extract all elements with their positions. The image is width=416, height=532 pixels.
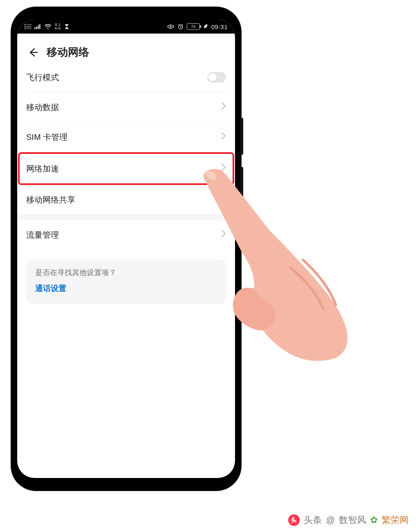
row-mobile-tethering[interactable]: 移动网络共享 <box>26 185 226 214</box>
signal-icon <box>34 24 41 29</box>
credit-brand: 繁荣网 <box>382 514 409 526</box>
chevron-right-icon <box>221 163 226 174</box>
hourglass-icon <box>64 24 69 29</box>
credit-prefix: 头条 <box>304 514 322 526</box>
status-bar: HD 8.1 K/s <box>17 20 235 34</box>
phone-frame: HD 8.1 K/s <box>11 7 241 490</box>
svg-rect-2 <box>34 27 36 29</box>
image-credit: 头 头条 @ 数智风 ✿ 繁荣网 <box>288 514 409 526</box>
toutiao-logo-icon: 头 <box>288 514 300 526</box>
row-network-acceleration[interactable]: 网络加速 <box>26 154 226 183</box>
leaf-icon <box>203 24 208 29</box>
svg-point-6 <box>47 27 48 29</box>
row-airplane-mode[interactable]: 飞行模式 <box>26 63 226 92</box>
row-label: 网络加速 <box>26 163 59 174</box>
svg-rect-5 <box>39 24 41 29</box>
battery-level: 79 <box>191 25 195 29</box>
phone-bezel: HD 8.1 K/s <box>15 11 237 487</box>
page-title: 移动网络 <box>47 45 89 59</box>
back-button[interactable] <box>26 46 39 59</box>
other-settings-prompt: 是否在寻找其他设置项？ <box>35 268 217 277</box>
status-time: 09:31 <box>211 23 228 30</box>
phone-screen: HD 8.1 K/s <box>17 20 235 478</box>
battery-icon: 79 <box>187 23 200 30</box>
page-header: 移动网络 <box>17 34 235 63</box>
credit-separator: ✿ <box>370 515 378 525</box>
call-settings-link[interactable]: 通话设置 <box>35 283 217 294</box>
row-label: 移动数据 <box>26 102 59 113</box>
status-left: HD 8.1 K/s <box>25 23 69 30</box>
phone-side-button <box>240 118 243 155</box>
row-label: SIM 卡管理 <box>26 132 68 143</box>
canvas: { "status_bar":{ "net_rate":"8.1", "net_… <box>0 0 416 532</box>
phone-side-button <box>240 167 243 237</box>
highlight-box: 网络加速 <box>18 152 234 185</box>
chevron-right-icon <box>221 230 226 240</box>
row-mobile-data[interactable]: 移动数据 <box>26 92 226 122</box>
settings-list: 飞行模式 移动数据 SIM 卡管理 <box>17 63 235 250</box>
row-data-usage[interactable]: 流量管理 <box>26 220 226 250</box>
hd-icon: HD <box>25 24 31 29</box>
back-arrow-icon <box>27 47 38 58</box>
row-label: 流量管理 <box>26 230 59 241</box>
toggle-airplane-mode[interactable] <box>207 72 226 83</box>
eye-icon <box>167 24 174 29</box>
svg-point-7 <box>170 26 172 27</box>
svg-rect-3 <box>36 27 37 29</box>
svg-rect-4 <box>38 25 39 29</box>
chevron-right-icon <box>221 102 226 113</box>
status-net-rate-unit: K/s <box>55 26 61 30</box>
row-label: 飞行模式 <box>26 72 59 83</box>
status-right: 79 09:31 <box>167 23 228 30</box>
row-sim-management[interactable]: SIM 卡管理 <box>26 122 226 152</box>
chevron-right-icon <box>221 194 226 205</box>
wifi-icon <box>44 24 52 29</box>
section-divider <box>17 214 235 220</box>
chevron-right-icon <box>221 132 226 142</box>
credit-at: @ <box>326 515 335 525</box>
svg-text:HD: HD <box>25 25 31 29</box>
alarm-icon <box>178 24 183 29</box>
other-settings-card: 是否在寻找其他设置项？ 通话设置 <box>26 259 226 304</box>
credit-author: 数智风 <box>339 514 366 526</box>
row-label: 移动网络共享 <box>26 194 75 205</box>
status-net-rate: 8.1 K/s <box>55 23 61 30</box>
